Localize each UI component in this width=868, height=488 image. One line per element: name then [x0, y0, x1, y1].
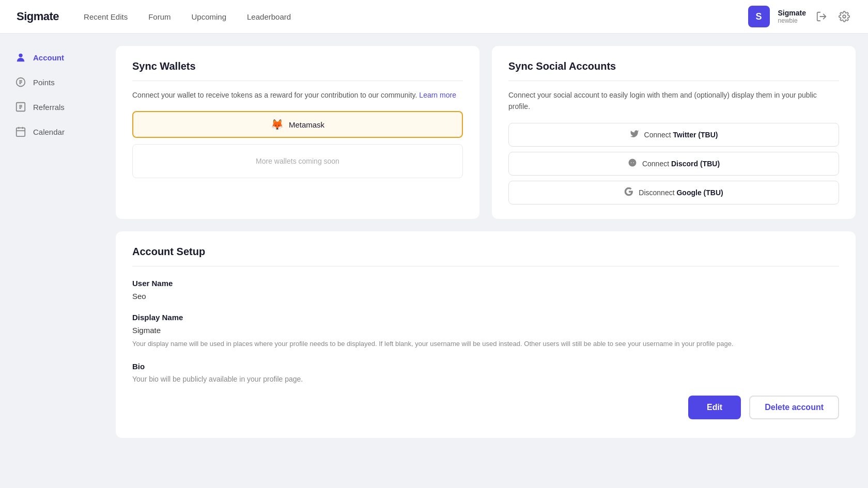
svg-point-9 — [628, 159, 636, 166]
sidebar-item-points[interactable]: Points — [8, 71, 95, 93]
sync-social-desc: Connect your social account to easily lo… — [508, 89, 839, 113]
twitter-label: Connect Twitter (TBU) — [644, 131, 718, 139]
discord-label: Connect Discord (TBU) — [642, 160, 720, 168]
metamask-icon: 🦊 — [271, 118, 284, 131]
nav-recent-edits[interactable]: Recent Edits — [84, 10, 128, 23]
discord-connect-button[interactable]: Connect Discord (TBU) — [508, 152, 839, 176]
google-disconnect-button[interactable]: Disconnect Google (TBU) — [508, 181, 839, 204]
nav-leaderboard[interactable]: Leaderboard — [247, 10, 291, 23]
display-name-value: Sigmate — [132, 326, 839, 335]
username-value: Seo — [132, 292, 839, 301]
top-cards: Sync Wallets Connect your wallet to rece… — [116, 46, 856, 219]
learn-more-link[interactable]: Learn more — [419, 91, 456, 99]
nav-upcoming[interactable]: Upcoming — [191, 10, 226, 23]
sidebar-referrals-label: Referrals — [33, 103, 65, 112]
display-name-label: Display Name — [132, 313, 839, 322]
sidebar-points-label: Points — [33, 78, 55, 87]
header: Sigmate Recent Edits Forum Upcoming Lead… — [0, 0, 868, 34]
delete-account-button[interactable]: Delete account — [749, 396, 839, 419]
main-layout: Account Points Referrals — [0, 34, 868, 488]
logout-icon[interactable] — [814, 9, 829, 24]
metamask-label: Metamask — [289, 120, 324, 129]
account-setup-card: Account Setup User Name Seo Display Name… — [116, 231, 856, 438]
sidebar-item-calendar[interactable]: Calendar — [8, 120, 95, 143]
account-icon — [14, 51, 27, 64]
display-name-hint: Your display name will be used in places… — [132, 339, 839, 350]
account-setup-title: Account Setup — [132, 246, 839, 266]
google-label: Disconnect Google (TBU) — [639, 188, 723, 197]
points-icon — [14, 76, 27, 88]
referrals-icon — [14, 101, 27, 113]
twitter-connect-button[interactable]: Connect Twitter (TBU) — [508, 123, 839, 147]
twitter-icon — [630, 129, 639, 140]
settings-icon[interactable] — [837, 9, 851, 24]
sync-wallets-desc: Connect your wallet to receive tokens as… — [132, 89, 463, 101]
svg-point-2 — [19, 54, 22, 57]
footer-buttons: Edit Delete account — [132, 383, 839, 423]
app-logo: Sigmate — [17, 10, 59, 23]
calendar-icon — [14, 125, 27, 138]
svg-rect-5 — [17, 128, 25, 136]
google-icon — [624, 187, 633, 198]
main-nav: Recent Edits Forum Upcoming Leaderboard — [84, 10, 748, 23]
sidebar-account-label: Account — [33, 53, 64, 62]
edit-button[interactable]: Edit — [688, 396, 741, 419]
sidebar-item-referrals[interactable]: Referrals — [8, 96, 95, 118]
metamask-button[interactable]: 🦊 Metamask — [132, 111, 463, 138]
user-role: newbie — [778, 17, 806, 24]
sidebar: Account Points Referrals — [0, 34, 103, 488]
bio-label: Bio — [132, 362, 839, 371]
bio-hint: Your bio will be publicly available in y… — [132, 375, 839, 383]
username-label: User Name — [132, 279, 839, 288]
sync-social-title: Sync Social Accounts — [508, 60, 839, 81]
discord-icon — [628, 158, 637, 169]
nav-forum[interactable]: Forum — [148, 10, 171, 23]
sync-social-card: Sync Social Accounts Connect your social… — [492, 46, 856, 219]
page-content: Sync Wallets Connect your wallet to rece… — [103, 34, 868, 488]
svg-point-1 — [843, 15, 846, 18]
header-right: S Sigmate newbie — [748, 6, 851, 27]
sync-wallets-title: Sync Wallets — [132, 60, 463, 81]
sidebar-calendar-label: Calendar — [33, 128, 65, 136]
sidebar-item-account[interactable]: Account — [8, 46, 95, 69]
sync-wallets-card: Sync Wallets Connect your wallet to rece… — [116, 46, 479, 219]
user-info: Sigmate newbie — [778, 9, 806, 24]
more-wallets-placeholder: More wallets coming soon — [132, 144, 463, 178]
user-name: Sigmate — [778, 9, 806, 17]
avatar[interactable]: S — [748, 6, 770, 27]
